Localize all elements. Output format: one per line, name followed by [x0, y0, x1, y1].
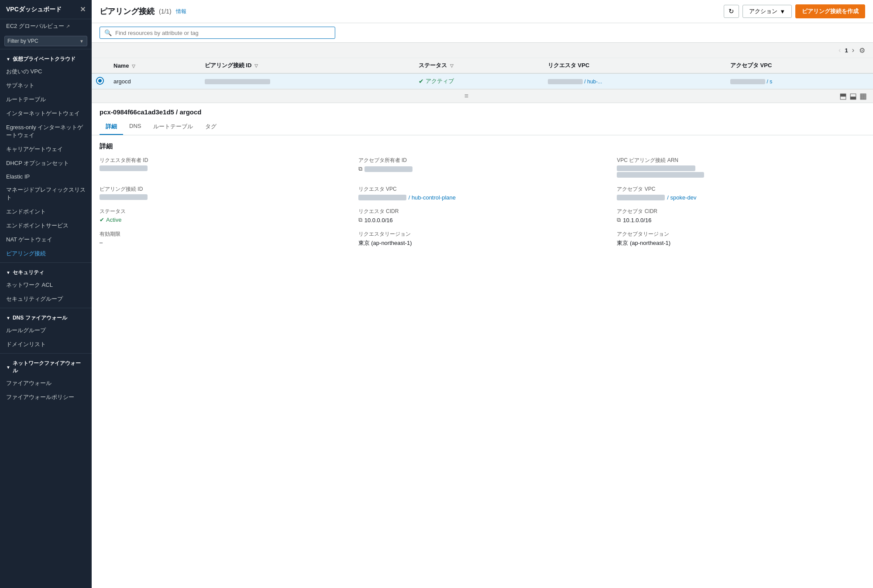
sidebar-item-endpoint-service[interactable]: エンドポイントサービス	[0, 219, 92, 233]
accepter-vpc-link[interactable]: / s	[767, 79, 773, 85]
sidebar-item-routetable[interactable]: ルートテーブル	[0, 93, 92, 107]
tab-tags[interactable]: タグ	[199, 119, 223, 135]
copy-icon-requester-cidr[interactable]: ⧉	[358, 217, 362, 224]
accepter-vpc-col-header: アクセプタ VPC	[725, 58, 873, 73]
result-count: (1/1)	[159, 8, 172, 15]
sort-icon-status: ▽	[450, 63, 454, 68]
detail-fields-grid: リクエスタ所有者 ID アクセプタ所有者 ID ⧉ VPC ピアリング接続 AR…	[100, 157, 865, 247]
vpc-peering-arn-field: VPC ピアリング接続 ARN	[617, 157, 865, 179]
status-col-header[interactable]: ステータス ▽	[413, 58, 543, 73]
requester-vpc-id-blurred	[358, 195, 406, 200]
row-name-cell: argocd	[108, 73, 199, 89]
search-input[interactable]	[115, 30, 330, 36]
sidebar-item-firewall-policy[interactable]: ファイアウォールポリシー	[0, 390, 92, 404]
filter-vpc-wrapper: Filter by VPC	[4, 36, 87, 46]
accepter-owner-id-label: アクセプタ所有者 ID	[358, 157, 607, 164]
sidebar: VPCダッシュボード ✕ EC2 グローバルビュー ↗ Filter by VP…	[0, 0, 92, 588]
requester-owner-id-blurred	[100, 165, 148, 171]
sidebar-item-eip[interactable]: Elastic IP	[0, 170, 92, 183]
requester-owner-id-value	[100, 165, 348, 171]
accepter-region-label: アクセプタリージョン	[617, 230, 865, 238]
action-button[interactable]: アクション ▼	[742, 5, 792, 18]
vpc-peering-arn-label: VPC ピアリング接続 ARN	[617, 157, 865, 164]
name-col-header[interactable]: Name ▽	[108, 58, 199, 73]
accepter-vpc-field-value[interactable]: / spoke-dev	[617, 194, 865, 201]
close-sidebar-icon[interactable]: ✕	[80, 5, 86, 14]
sidebar-item-endpoint[interactable]: エンドポイント	[0, 205, 92, 219]
split-horizontal-icon[interactable]: ⬒	[839, 91, 847, 101]
status-check-icon-detail: ✔	[100, 217, 104, 223]
section-network-fw: ▼ ネットワークファイアウォール	[0, 355, 92, 376]
section-dns-fw: ▼ DNS ファイアウォール	[0, 310, 92, 323]
panel-view-icons: ⬒ ⬓ ▦	[839, 91, 871, 101]
requester-vpc-col-header: リクエスタ VPC	[543, 58, 725, 73]
table-row[interactable]: argocd ✔ アクティブ	[92, 73, 873, 89]
topbar: ピアリング接続 (1/1) 情報 ↻ アクション ▼ ピアリング接続を作成	[92, 0, 873, 23]
requester-owner-id-field: リクエスタ所有者 ID	[100, 157, 348, 179]
sidebar-item-managed-prefix[interactable]: マネージドプレフィックスリスト	[0, 183, 92, 205]
settings-icon[interactable]: ⚙	[859, 46, 865, 55]
info-link[interactable]: 情報	[176, 8, 186, 15]
requester-owner-id-label: リクエスタ所有者 ID	[100, 157, 348, 164]
sidebar-item-igw[interactable]: インターネットゲートウェイ	[0, 107, 92, 120]
split-vertical-icon[interactable]: ⬓	[849, 91, 857, 101]
refresh-button[interactable]: ↻	[724, 5, 739, 18]
accepter-cidr-field: アクセプタ CIDR ⧉ 10.1.0.0/16	[617, 208, 865, 224]
sidebar-item-domain-list[interactable]: ドメインリスト	[0, 337, 92, 351]
requester-vpc-field-value[interactable]: / hub-control-plane	[358, 194, 607, 201]
prev-page-button[interactable]: ‹	[836, 45, 843, 55]
accepter-vpc-blurred	[730, 79, 765, 84]
row-status-cell: ✔ アクティブ	[413, 73, 543, 89]
vpc-peering-arn-blurred2	[617, 172, 704, 178]
create-peering-button[interactable]: ピアリング接続を作成	[795, 4, 865, 18]
sidebar-item-carrier-gw[interactable]: キャリアゲートウェイ	[0, 142, 92, 156]
accepter-cidr-value: ⧉ 10.1.0.0/16	[617, 217, 865, 224]
peering-id-col-header[interactable]: ピアリング接続 ID ▽	[199, 58, 413, 73]
arrow-icon-dns: ▼	[6, 316, 10, 320]
accepter-owner-id-blurred	[364, 166, 412, 172]
detail-tabs: 詳細 DNS ルートテーブル タグ	[92, 119, 873, 135]
requester-vpc-field: リクエスタ VPC / hub-control-plane	[358, 186, 607, 201]
arrow-icon: ▼	[6, 57, 10, 62]
status-field-value: ✔ Active	[100, 217, 348, 223]
status-field: ステータス ✔ Active	[100, 208, 348, 224]
sidebar-item-vpc[interactable]: お使いの VPC	[0, 65, 92, 79]
next-page-button[interactable]: ›	[850, 45, 856, 55]
vpc-peering-arn-value	[617, 165, 865, 171]
sidebar-item-ec2-global[interactable]: EC2 グローバルビュー ↗	[0, 19, 92, 33]
requester-vpc-link[interactable]: / hub-...	[584, 79, 602, 85]
resize-handle-icon[interactable]: ≡	[93, 92, 839, 100]
copy-icon-accepter-cidr[interactable]: ⧉	[617, 217, 621, 224]
row-select-cell[interactable]	[92, 73, 108, 89]
topbar-left: ピアリング接続 (1/1) 情報	[100, 6, 186, 17]
status-check-icon: ✔	[419, 78, 424, 85]
sidebar-item-peering[interactable]: ピアリング接続	[0, 247, 92, 261]
sidebar-item-sg[interactable]: セキュリティグループ	[0, 292, 92, 306]
detail-panel: pcx-0984f66ca1ad3e1d5 / argocd 詳細 DNS ルー…	[92, 103, 873, 588]
detail-panel-title: pcx-0984f66ca1ad3e1d5 / argocd	[92, 103, 873, 116]
topbar-right: ↻ アクション ▼ ピアリング接続を作成	[724, 4, 865, 18]
sidebar-item-dhcp[interactable]: DHCP オプションセット	[0, 156, 92, 170]
peering-id-value[interactable]	[205, 79, 270, 84]
sidebar-item-nat-gw[interactable]: NAT ゲートウェイ	[0, 233, 92, 247]
sidebar-item-rule-group[interactable]: ルールグループ	[0, 323, 92, 337]
sidebar-item-subnet[interactable]: サブネット	[0, 79, 92, 93]
filter-vpc-select[interactable]: Filter by VPC	[4, 36, 87, 46]
tab-dns[interactable]: DNS	[123, 119, 147, 135]
sidebar-item-eigw[interactable]: Egress-only インターネットゲートウェイ	[0, 120, 92, 142]
sidebar-item-nacl[interactable]: ネットワーク ACL	[0, 278, 92, 292]
radio-dot-icon	[97, 78, 103, 84]
search-icon: 🔍	[104, 29, 112, 36]
main-content: ピアリング接続 (1/1) 情報 ↻ アクション ▼ ピアリング接続を作成 🔍 …	[92, 0, 873, 588]
sort-icon-name: ▽	[132, 64, 135, 69]
accepter-region-field: アクセプタリージョン 東京 (ap-northeast-1)	[617, 230, 865, 247]
tab-route-table[interactable]: ルートテーブル	[147, 119, 199, 135]
tab-details[interactable]: 詳細	[100, 119, 123, 135]
section-vpc: ▼ 仮想プライベートクラウド	[0, 51, 92, 65]
arrow-icon-nfw: ▼	[6, 365, 10, 370]
sidebar-item-firewall[interactable]: ファイアウォール	[0, 376, 92, 390]
pagination: ‹ 1 ›	[836, 45, 856, 55]
select-col-header	[92, 58, 108, 73]
full-panel-icon[interactable]: ▦	[859, 91, 867, 101]
copy-icon-accepter-owner[interactable]: ⧉	[358, 165, 362, 172]
